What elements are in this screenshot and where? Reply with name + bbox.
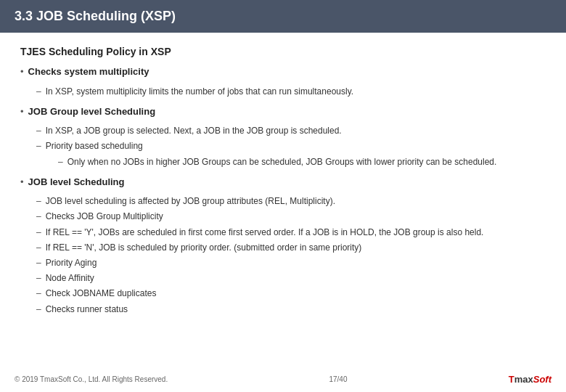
bullet-marker-3: • bbox=[20, 175, 24, 189]
dash-icon: – bbox=[36, 139, 41, 153]
subitem-text: In XSP, a JOB group is selected. Next, a… bbox=[46, 124, 342, 138]
sub-items-job-group: – In XSP, a JOB group is selected. Next,… bbox=[36, 124, 546, 169]
footer-copyright: © 2019 TmaxSoft Co., Ltd. All Rights Res… bbox=[15, 375, 168, 383]
dash-icon: – bbox=[58, 155, 63, 169]
list-item: – Priority based scheduling bbox=[36, 139, 546, 153]
bullet-marker-1: • bbox=[20, 65, 24, 79]
list-item: – Node Affinity bbox=[36, 271, 546, 285]
header: 3.3 JOB Scheduling (XSP) bbox=[0, 0, 566, 33]
dash-icon: – bbox=[36, 241, 41, 255]
content: TJES Scheduling Policy in XSP • Checks s… bbox=[0, 33, 566, 335]
list-item: – Priority Aging bbox=[36, 256, 546, 270]
list-item: – Checks runner status bbox=[36, 303, 546, 317]
subitem-text: Check JOBNAME duplicates bbox=[46, 287, 157, 301]
subitem-text: JOB level scheduling is affected by JOB … bbox=[46, 195, 335, 208]
sub-items-checks-system: – In XSP, system multiplicity limits the… bbox=[36, 85, 546, 99]
sub-sub-items-priority: – Only when no JOBs in higher JOB Groups… bbox=[58, 155, 546, 169]
subitem-text: If REL == 'Y', JOBs are scheduled in fir… bbox=[46, 226, 484, 240]
dash-icon: – bbox=[36, 210, 41, 224]
subitem-text: Checks runner status bbox=[46, 303, 128, 317]
dash-icon: – bbox=[36, 271, 41, 285]
subsubitem-text: Only when no JOBs in higher JOB Groups c… bbox=[67, 155, 497, 169]
logo-tmax: TmaxSoft bbox=[509, 374, 551, 385]
dash-icon: – bbox=[36, 287, 41, 301]
bullet-checks-system: • Checks system multiplicity bbox=[20, 65, 546, 79]
list-item: – Check JOBNAME duplicates bbox=[36, 287, 546, 301]
list-item: – JOB level scheduling is affected by JO… bbox=[36, 195, 546, 208]
bullet-job-group: • JOB Group level Scheduling bbox=[20, 105, 546, 119]
list-item: – In XSP, system multiplicity limits the… bbox=[36, 85, 546, 99]
logo-soft: max bbox=[514, 374, 533, 385]
dash-icon: – bbox=[36, 124, 41, 138]
dash-icon: – bbox=[36, 256, 41, 270]
subitem-text: If REL == 'N', JOB is scheduled by prior… bbox=[46, 241, 362, 255]
footer-logo: TmaxSoft bbox=[509, 374, 551, 385]
list-item: – In XSP, a JOB group is selected. Next,… bbox=[36, 124, 546, 138]
dash-icon: – bbox=[36, 85, 41, 99]
list-item: – Only when no JOBs in higher JOB Groups… bbox=[58, 155, 546, 169]
bullet-job-level: • JOB level Scheduling bbox=[20, 175, 546, 189]
list-item: – If REL == 'Y', JOBs are scheduled in f… bbox=[36, 226, 546, 240]
subitem-text: Node Affinity bbox=[46, 271, 94, 285]
section-title: TJES Scheduling Policy in XSP bbox=[20, 46, 546, 57]
dash-icon: – bbox=[36, 226, 41, 240]
subitem-text: In XSP, system multiplicity limits the n… bbox=[46, 85, 353, 99]
subitem-text: Checks JOB Group Multiplicity bbox=[46, 210, 163, 224]
subitem-text: Priority based scheduling bbox=[46, 139, 143, 153]
bullet-label-2: JOB Group level Scheduling bbox=[28, 105, 156, 119]
subitem-text: Priority Aging bbox=[46, 256, 97, 270]
bullet-label-1: Checks system multiplicity bbox=[28, 65, 149, 79]
footer: © 2019 TmaxSoft Co., Ltd. All Rights Res… bbox=[0, 374, 566, 385]
sub-items-job-level: – JOB level scheduling is affected by JO… bbox=[36, 195, 546, 317]
bullet-label-3: JOB level Scheduling bbox=[28, 175, 125, 189]
list-item: – Checks JOB Group Multiplicity bbox=[36, 210, 546, 224]
dash-icon: – bbox=[36, 303, 41, 317]
bullet-marker-2: • bbox=[20, 105, 24, 119]
header-title: 3.3 JOB Scheduling (XSP) bbox=[15, 9, 176, 23]
dash-icon: – bbox=[36, 195, 41, 208]
list-item: – If REL == 'N', JOB is scheduled by pri… bbox=[36, 241, 546, 255]
footer-page: 17/40 bbox=[329, 375, 347, 383]
